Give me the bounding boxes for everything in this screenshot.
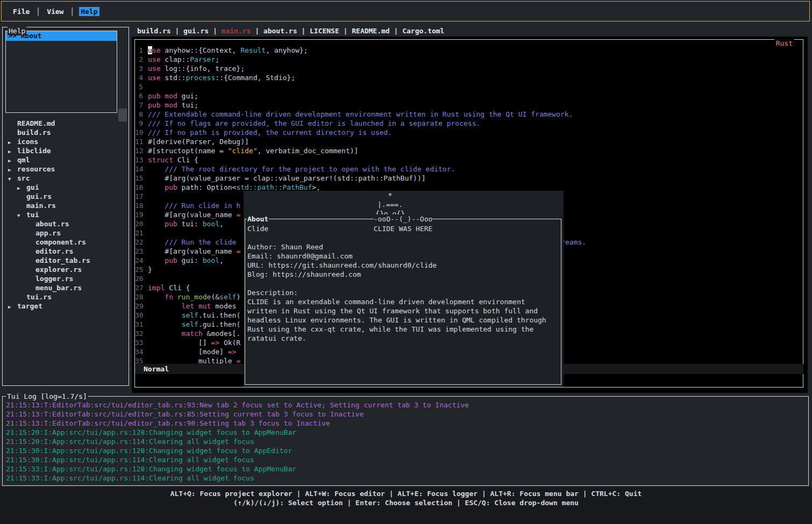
- tree-item-label: component.rs: [35, 238, 86, 246]
- code-line: 5: [135, 82, 586, 91]
- tab-separator: |: [251, 27, 263, 35]
- line-number: 28: [135, 292, 143, 302]
- tree-item-libclide[interactable]: ▶libclide: [3, 146, 129, 155]
- tree-item-icons[interactable]: ▶icons: [3, 137, 129, 146]
- line-number: 31: [135, 320, 143, 329]
- menu-item-view[interactable]: View: [45, 7, 65, 16]
- tab-separator: |: [209, 27, 221, 35]
- file-tree: README.md build.rs▶icons▶libclide▶qml▶re…: [3, 119, 129, 311]
- menu-item-file[interactable]: File: [11, 7, 31, 16]
- tree-item-label: libclide: [17, 147, 51, 155]
- log-entry: 21:15:20:I:App:src/tui/app.rs:128:Changi…: [6, 428, 808, 437]
- tree-item-gui[interactable]: ▶gui: [3, 183, 129, 192]
- chevron-expanded-icon: ▼: [17, 211, 26, 220]
- code-line: 2use clap::Parser;: [135, 55, 586, 64]
- code-line: 13struct Cli {: [135, 155, 586, 164]
- code-line: 10/// If no path is provided, the curren…: [135, 128, 586, 137]
- tree-item-build-rs[interactable]: build.rs: [3, 128, 129, 137]
- chevron-collapsed-icon: ▶: [8, 303, 17, 312]
- tree-item-label: target: [17, 302, 42, 310]
- help-dropdown-title: Help: [8, 26, 26, 35]
- tui-log-entries: 21:15:13:T:EditorTab:src/tui/editor_tab.…: [3, 397, 808, 483]
- menu-bar: File│View│Help: [1, 1, 810, 21]
- line-number: 17: [135, 192, 143, 201]
- line-number: 24: [135, 256, 143, 265]
- tab-README-md[interactable]: README.md: [352, 27, 389, 35]
- log-entry: 21:15:33:I:App:src/tui/app.rs:114:Cleari…: [6, 473, 808, 483]
- tree-item-resources[interactable]: ▶resources: [3, 164, 129, 174]
- line-number: 23: [135, 247, 143, 256]
- tree-item-gui-rs[interactable]: gui.rs: [3, 192, 129, 201]
- tree-item-label: README.md: [17, 119, 55, 127]
- about-popup-box: About -ooO--(_)--Ooo Clide CLIDE WAS HER…: [245, 219, 561, 385]
- tree-item-explorer-rs[interactable]: explorer.rs: [3, 265, 129, 274]
- line-number: 34: [135, 347, 143, 356]
- tree-item-label: tui.rs: [26, 293, 52, 301]
- line-number: 22: [135, 238, 143, 247]
- code-line: 8/// Extendable command-line driven deve…: [135, 110, 586, 119]
- tree-item-label: about.rs: [35, 220, 69, 228]
- tree-item-src[interactable]: ▼src: [3, 174, 129, 183]
- tab-gui-rs[interactable]: gui.rs: [183, 27, 209, 35]
- line-number: 33: [135, 338, 143, 347]
- line-number: 29: [135, 302, 143, 311]
- line-number: 30: [135, 311, 143, 320]
- tree-item-README-md[interactable]: README.md: [3, 119, 129, 128]
- chevron-expanded-icon: ▼: [8, 175, 17, 184]
- menu-separator: │: [36, 7, 40, 16]
- tree-item-label: menu_bar.rs: [35, 284, 82, 292]
- line-number: 21: [135, 228, 143, 238]
- tab-separator: |: [339, 27, 352, 35]
- shortcut-help-line-1: ALT+Q: Focus project explorer | ALT+W: F…: [0, 489, 812, 498]
- line-number: 2: [135, 55, 143, 64]
- about-popup-title: About: [247, 214, 269, 224]
- tab-main-rs[interactable]: main.rs: [222, 27, 251, 35]
- tree-item-component-rs[interactable]: component.rs: [3, 238, 129, 247]
- code-line: 4use std::process::{Command, Stdio};: [135, 73, 586, 82]
- line-number: 20: [135, 219, 143, 228]
- tree-item-menu_bar-rs[interactable]: menu_bar.rs: [3, 283, 129, 292]
- editor-tab-bar: build.rs | gui.rs | main.rs | about.rs |…: [137, 26, 444, 35]
- line-number: 1: [135, 46, 143, 55]
- log-entry: 21:15:13:T:EditorTab:src/tui/editor_tab.…: [6, 400, 808, 410]
- explorer-scrollbar-thumb[interactable]: [118, 109, 127, 121]
- tree-item-tui-rs[interactable]: tui.rs: [3, 292, 129, 302]
- tree-item-about-rs[interactable]: about.rs: [3, 219, 129, 228]
- tree-item-label: editor_tab.rs: [35, 256, 90, 264]
- tree-item-label: icons: [17, 138, 38, 146]
- line-number: 27: [135, 283, 143, 292]
- tree-item-label: app.rs: [35, 229, 61, 237]
- menu-item-help[interactable]: Help: [79, 7, 99, 16]
- tree-item-app-rs[interactable]: app.rs: [3, 228, 129, 238]
- line-number: 19: [135, 210, 143, 219]
- code-line: 15 #[arg(value_parser = clap::value_pars…: [135, 174, 586, 183]
- about-popup-content: Clide CLIDE WAS HERE Author: Shaun Reed …: [245, 219, 561, 343]
- kilroy-ascii-art-arms: -ooO--(_)--Ooo: [374, 214, 433, 224]
- tree-item-qml[interactable]: ▶qml: [3, 155, 129, 164]
- log-entry: 21:15:30:I:App:src/tui/app.rs:128:Changi…: [6, 446, 808, 455]
- tab-LICENSE[interactable]: LICENSE: [310, 27, 339, 35]
- line-number: 16: [135, 183, 143, 192]
- line-number: 26: [135, 274, 143, 283]
- line-number: 32: [135, 329, 143, 338]
- tree-item-tui[interactable]: ▼tui: [3, 210, 129, 219]
- line-number: 10: [135, 128, 143, 137]
- tree-item-editor_tab-rs[interactable]: editor_tab.rs: [3, 256, 129, 265]
- log-entry: 21:15:13:T:EditorTab:src/tui/editor_tab.…: [6, 419, 808, 428]
- code-line: 12#[structopt(name = "clide", verbatim_d…: [135, 146, 586, 155]
- tab-Cargo-toml[interactable]: Cargo.toml: [402, 27, 444, 35]
- tree-item-logger-rs[interactable]: logger.rs: [3, 274, 129, 283]
- line-number: 5: [135, 82, 143, 91]
- tree-item-main-rs[interactable]: main.rs: [3, 201, 129, 210]
- line-number: 12: [135, 146, 143, 155]
- help-dropdown-menu: Help >> About: [5, 31, 117, 113]
- shortcut-help-bar: ALT+Q: Focus project explorer | ALT+W: F…: [0, 487, 812, 524]
- tree-item-editor-rs[interactable]: editor.rs: [3, 247, 129, 256]
- tab-about-rs[interactable]: about.rs: [263, 27, 297, 35]
- language-badge: Rust: [774, 39, 794, 48]
- tree-item-target[interactable]: ▶target: [3, 302, 129, 311]
- tree-item-label: gui: [26, 183, 39, 191]
- tab-build-rs[interactable]: build.rs: [137, 27, 171, 35]
- log-entry: 21:15:13:T:EditorTab:src/tui/editor_tab.…: [6, 410, 808, 419]
- tree-item-label: main.rs: [26, 202, 56, 210]
